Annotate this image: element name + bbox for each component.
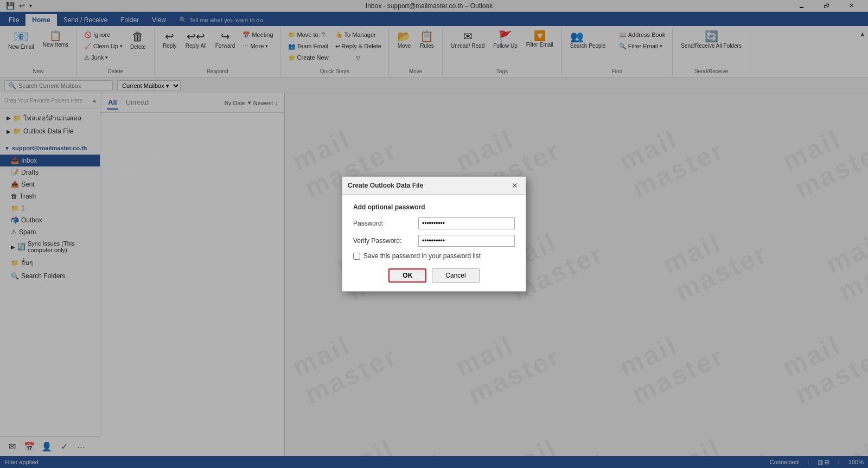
password-input[interactable] (418, 217, 515, 229)
dialog-close-button[interactable]: ✕ (509, 180, 520, 191)
save-password-checkbox-wrap: Save this password in your password list (353, 252, 515, 260)
verify-password-input[interactable] (418, 235, 515, 247)
verify-label: Verify Password: (353, 237, 418, 245)
dialog-ok-button[interactable]: OK (388, 268, 426, 283)
password-field: Password: (353, 217, 515, 229)
dialog-cancel-button[interactable]: Cancel (432, 268, 479, 283)
verify-password-field: Verify Password: (353, 235, 515, 247)
dialog-buttons: OK Cancel (353, 268, 515, 283)
modal-overlay: Create Outlook Data File ✕ Add optional … (0, 0, 868, 468)
dialog-body: Add optional password Password: Verify P… (342, 195, 526, 291)
dialog-title: Create Outlook Data File (348, 182, 423, 189)
save-password-label[interactable]: Save this password in your password list (363, 252, 481, 260)
create-data-file-dialog: Create Outlook Data File ✕ Add optional … (342, 176, 526, 292)
dialog-titlebar: Create Outlook Data File ✕ (342, 177, 526, 195)
dialog-section-title: Add optional password (353, 203, 515, 211)
save-password-checkbox[interactable] (353, 253, 360, 260)
password-label: Password: (353, 220, 418, 227)
